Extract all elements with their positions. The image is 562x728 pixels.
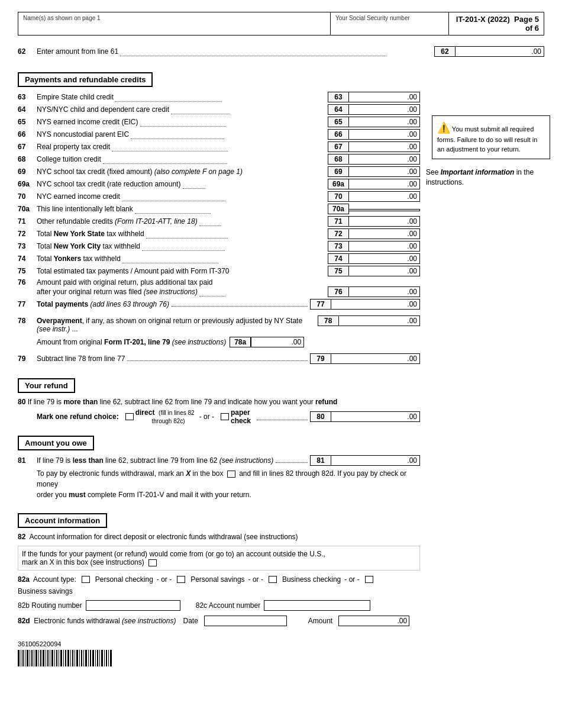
line63-num: 63 (18, 93, 37, 101)
line75-box: 75 (328, 266, 349, 276)
line67-amount[interactable]: .00 (349, 141, 420, 152)
barcode-number: 361005220094 (18, 640, 112, 648)
line62-number: 62 (18, 47, 37, 56)
line64-box: 64 (328, 104, 349, 115)
svg-rect-8 (35, 650, 37, 666)
important-info-note: See Important information in the instruc… (426, 167, 544, 188)
or2-label: - or - (248, 575, 263, 584)
line66-desc: NYS noncustodial parent EIC (37, 130, 328, 139)
outside-us-checkbox[interactable] (148, 559, 157, 566)
ewf-checkbox[interactable] (227, 471, 235, 478)
line-70-row: 70 NYC earned income credit 70 .00 (18, 191, 420, 202)
svg-rect-26 (76, 650, 78, 666)
line77-desc: Total payments (add lines 63 through 76) (37, 300, 169, 308)
svg-rect-12 (46, 650, 46, 666)
withdrawal-date-input[interactable] (204, 616, 287, 626)
line-63-row: 63 Empire State child credit 63 .00 (18, 92, 420, 102)
line69-box: 69 (328, 166, 349, 177)
line81-dots (276, 456, 308, 463)
payments-section-header: Payments and refundable credits (18, 66, 544, 92)
routing-number-input[interactable] (86, 600, 180, 611)
line73-amount[interactable]: .00 (349, 241, 420, 252)
line74-amount[interactable]: .00 (349, 253, 420, 264)
svg-rect-34 (95, 650, 96, 666)
personal-savings-label: Personal savings (190, 575, 244, 584)
line-76-row: 76 Amount paid with original return, plu… (18, 278, 420, 297)
line-65-row: 65 NYS earned income credit (EIC) 65 .00 (18, 117, 420, 127)
amount-owe-section: Amount you owe 81 If line 79 is less tha… (18, 430, 420, 500)
line71-amount[interactable]: .00 (349, 216, 420, 227)
personal-savings-checkbox[interactable] (177, 576, 185, 583)
line80-box: 80 (310, 411, 331, 422)
business-savings-checkbox[interactable] (365, 576, 373, 583)
barcode-section: 361005220094 (18, 640, 420, 671)
line76-num: 76 (18, 278, 37, 286)
line80-desc-row: 80 If line 79 is more than line 62, subt… (18, 398, 420, 406)
svg-rect-11 (43, 650, 44, 666)
line71-box: 71 (328, 216, 349, 227)
svg-rect-31 (88, 650, 89, 666)
account-info-desc: 82 Account information for direct deposi… (18, 533, 420, 541)
line80-amount[interactable]: .00 (331, 411, 420, 422)
line79-amount[interactable]: .00 (331, 353, 420, 364)
line77-amount[interactable]: .00 (331, 299, 420, 310)
line79-dots (127, 354, 308, 361)
svg-rect-24 (72, 650, 73, 666)
line64-amount[interactable]: .00 (349, 104, 420, 115)
routing-label: 82b Routing number (18, 601, 82, 610)
line63-amount[interactable]: .00 (349, 92, 420, 102)
svg-rect-40 (108, 650, 109, 666)
line72-box: 72 (328, 228, 349, 239)
personal-checking-checkbox[interactable] (82, 576, 90, 583)
svg-rect-36 (99, 650, 100, 666)
outside-us-row: If the funds for your payment (or refund… (18, 546, 420, 571)
svg-rect-6 (31, 650, 33, 666)
line64-desc: NYS/NYC child and dependent care credit (37, 105, 328, 114)
svg-rect-28 (81, 650, 82, 666)
line69a-num: 69a (18, 180, 37, 188)
line69-amount[interactable]: .00 (349, 166, 420, 177)
svg-rect-38 (104, 650, 105, 666)
line81-box: 81 (310, 455, 331, 466)
line72-amount[interactable]: .00 (349, 228, 420, 239)
svg-rect-22 (67, 650, 69, 666)
line66-num: 66 (18, 130, 37, 138)
line78a-amount[interactable]: .00 (251, 337, 304, 347)
line65-amount[interactable]: .00 (349, 117, 420, 127)
line76-amount[interactable]: .00 (349, 286, 420, 297)
direct-deposit-checkbox[interactable] (125, 413, 134, 420)
line68-desc: College tuition credit (37, 155, 328, 164)
line78-num: 78 (18, 317, 37, 325)
business-checking-checkbox[interactable] (269, 576, 277, 583)
line80-choice-row: Mark one refund choice: direct (fill in … (37, 408, 420, 425)
line-66-row: 66 NYS noncustodial parent EIC 66 .00 (18, 129, 420, 140)
business-checking-label: Business checking (282, 575, 341, 584)
svg-rect-23 (70, 650, 71, 666)
line69a-amount[interactable]: .00 (349, 179, 420, 189)
line66-amount[interactable]: .00 (349, 129, 420, 140)
line68-amount[interactable]: .00 (349, 154, 420, 165)
form-header: Name(s) as shown on page 1 Your Social S… (18, 12, 544, 36)
line79-desc: Subtract line 78 from line 77 (37, 355, 125, 363)
withdrawal-amount-input[interactable] (338, 616, 409, 626)
line77-box: 77 (310, 299, 331, 310)
line78-amount[interactable]: .00 (339, 315, 420, 326)
line75-amount[interactable]: .00 (349, 266, 420, 276)
line76-box: 76 (328, 286, 349, 297)
paper-check-checkbox[interactable] (221, 413, 229, 420)
line81-row: 81 If line 79 is less than line 62, subt… (18, 455, 420, 466)
line68-box: 68 (328, 154, 349, 165)
svg-rect-9 (38, 650, 39, 666)
line77-dots (172, 299, 308, 307)
line81-amount[interactable]: .00 (331, 455, 420, 466)
svg-rect-32 (90, 650, 91, 666)
line62-box: 62 (434, 46, 456, 57)
line62-amount[interactable]: .00 (456, 46, 544, 57)
account-number-input[interactable] (264, 600, 370, 611)
line80-desc: If line 79 is more than line 62, subtrac… (28, 398, 338, 406)
line65-desc: NYS earned income credit (EIC) (37, 118, 328, 127)
svg-rect-35 (97, 650, 98, 666)
or1-label: - or - (199, 413, 214, 421)
mark-one-label: Mark one refund choice: (37, 413, 119, 421)
line70-amount[interactable]: .00 (349, 191, 420, 202)
